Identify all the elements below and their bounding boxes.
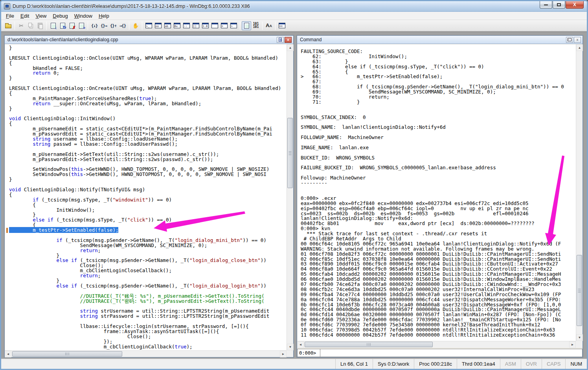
command-output-line: IMAGE_NAME: lanlan.exe (301, 145, 576, 150)
memory-window-icon[interactable]: :: (182, 21, 191, 30)
command-output-line (301, 191, 576, 196)
source-code-area[interactable]: }LRESULT ClientLoginDialog::OnClose(UINT… (5, 44, 287, 350)
command-window-titlebar[interactable]: Command x (297, 36, 582, 44)
command-output-line: Followup: MachineOwner (301, 176, 576, 181)
windbg-window: Dump D:\work\tools\lanlan-client\bin\Rel… (0, 0, 588, 370)
source-line: LRESULT ClientLoginDialog::OnCreate(UINT… (9, 86, 287, 91)
scroll-up-icon[interactable]: ▲ (287, 44, 294, 51)
caption-buttons: X (539, 1, 584, 9)
source-file-path: d:\work\tools\lanlan-client\lanlan\clien… (7, 37, 276, 42)
menu-item-view[interactable]: View (32, 12, 50, 20)
windbg-app-icon (4, 3, 10, 9)
step-into-icon[interactable]: {↓} (90, 21, 99, 30)
toolbar-separator (88, 22, 88, 30)
command-browser-window-icon[interactable]: > (229, 21, 238, 30)
break-icon[interactable]: ✋ (131, 21, 140, 30)
source-window-titlebar[interactable]: d:\work\tools\lanlan-client\lanlan\clien… (5, 36, 293, 44)
command-hscroll-thumb[interactable] (305, 342, 433, 347)
menu-item-file[interactable]: File (3, 12, 17, 20)
registers-window-icon[interactable]: 0x (172, 21, 182, 30)
source-line: string strPassword = util::String::LPTST… (9, 314, 287, 319)
font-icon[interactable]: AA (264, 21, 274, 30)
command-output-area[interactable]: FAULTING_SOURCE_CODE: 62: InitWindow(); … (298, 44, 576, 341)
source-line: return 0; (9, 71, 287, 76)
watch-window-icon[interactable]: oo (153, 21, 163, 30)
source-line: } (9, 177, 287, 182)
command-output-line: SYMBOL_NAME: lanlan!ClientLoginDialog::N… (301, 125, 576, 130)
run-to-cursor-icon[interactable]: →{} (118, 21, 127, 30)
number-formats-icon[interactable]: 101101 (251, 21, 261, 30)
source-line: else if (_tcsicmp(msg.pSender->GetName()… (9, 284, 287, 289)
source-line: else if (_tcsicmp(msg.sType, _T("click")… (9, 218, 287, 223)
toolbar-separator (275, 22, 276, 30)
command-output-line: BUCKET_ID: WRONG_SYMBOLS (301, 156, 576, 161)
status-pane-thrd: Thrd 000:1ea4 (457, 359, 500, 369)
go-icon[interactable]: ↓ (48, 21, 58, 30)
call-stack-window-icon[interactable]: [] (191, 21, 200, 30)
source-line: m_cbClientLoginCallback(true); (9, 344, 287, 350)
source-dock-icon[interactable] (277, 37, 284, 43)
processes-threads-window-icon[interactable]: ≡ (219, 21, 229, 30)
source-line: void ClientLoginDialog::InitWindow() (9, 116, 287, 121)
minimize-button[interactable] (540, 1, 552, 9)
command-dock-icon[interactable] (566, 37, 573, 43)
toolbar: ✂↓↻✗»{↓}{}→{}↑→{}✋>_ooab0x::[]1.0≡>10110… (1, 20, 587, 31)
command-output-line: 00402fbc 8b01 mov eax,dword ptr [ecx] ds… (301, 221, 576, 226)
scroll-left-icon[interactable]: ◄ (5, 351, 11, 357)
scroll-up-icon[interactable]: ▲ (576, 44, 583, 51)
disassembly-window-icon[interactable]: 1.0 (200, 21, 210, 30)
source-horizontal-scrollbar[interactable]: ◄ ► (5, 350, 287, 357)
scroll-right-icon[interactable]: ► (280, 351, 287, 357)
source-line: return __super::OnCreate(uMsg, wParam, l… (9, 101, 287, 106)
source-line: string passwd = llbase::Config::loadUser… (9, 142, 287, 147)
command-output-line: > 66: m_testPtr->SetEnabled(false); (301, 74, 576, 79)
source-line: //DUITRACE(_T("密码: %s"), m_pPasswordEdit… (9, 299, 287, 304)
command-horizontal-scrollbar[interactable]: ◄ ► (297, 341, 576, 348)
scroll-left-icon[interactable]: ◄ (297, 341, 304, 348)
command-vertical-scrollbar[interactable]: ▲ ▼ (576, 44, 582, 341)
scroll-right-icon[interactable]: ► (569, 341, 576, 348)
command-output-line (301, 105, 576, 110)
step-over-icon[interactable]: {}→ (99, 21, 108, 30)
open-source-file-icon[interactable] (4, 21, 13, 30)
restart-icon[interactable]: ↻ (58, 21, 67, 30)
source-line: LRESULT ClientLoginDialog::OnClose(UINT … (9, 56, 287, 61)
command-prompt: 0:000> (297, 349, 320, 357)
source-close-icon[interactable]: x (285, 37, 292, 43)
detach-icon[interactable]: » (77, 21, 86, 30)
command-output-line: 11 006cfdc4 00000000 0042b57f 7efde000 0… (301, 333, 576, 338)
menu-bar: FileEditViewDebugWindowHelp (1, 12, 587, 20)
source-mode-icon[interactable] (242, 21, 251, 30)
locals-window-icon[interactable]: ab (163, 21, 172, 30)
options-icon[interactable]: ≡≡ (277, 21, 287, 30)
maximize-button[interactable] (553, 1, 565, 9)
command-close-icon[interactable]: x (574, 37, 581, 43)
paste-icon[interactable] (35, 21, 45, 30)
menu-item-edit[interactable]: Edit (17, 12, 32, 20)
command-window-icon[interactable]: >_ (144, 21, 153, 30)
source-vertical-scrollbar[interactable]: ▲ ▼ (287, 44, 293, 350)
command-input[interactable] (320, 349, 582, 357)
copy-icon[interactable] (26, 21, 35, 30)
command-output-line: SYMBOL_STACK_INDEX: 0 (301, 115, 576, 120)
source-vscroll-thumb[interactable] (287, 118, 293, 188)
scroll-down-icon[interactable]: ▼ (287, 344, 294, 350)
command-output-line (301, 186, 576, 191)
window-title: Dump D:\work\tools\lanlan-client\bin\Rel… (13, 4, 250, 9)
scroll-down-icon[interactable]: ▼ (576, 334, 583, 341)
scratch-pad-window-icon[interactable] (210, 21, 219, 30)
source-line: } (9, 76, 287, 81)
command-window-title: Command (300, 37, 565, 42)
status-bar: Ln 66, Col 1Sys 0:D:\workProc 000:218cTh… (1, 359, 587, 369)
source-hscroll-thumb[interactable] (12, 351, 122, 357)
command-vscroll-thumb[interactable] (577, 255, 582, 326)
menu-item-debug[interactable]: Debug (50, 12, 71, 20)
menu-item-help[interactable]: Help (96, 12, 112, 20)
source-line: InitWindow(); (9, 208, 287, 213)
cut-icon[interactable]: ✂ (17, 21, 26, 30)
close-button[interactable]: X (566, 1, 584, 9)
stop-debugging-icon[interactable]: ✗ (67, 21, 77, 30)
command-output-line: 71: } (301, 100, 576, 105)
menu-item-window[interactable]: Window (71, 12, 96, 20)
step-out-icon[interactable]: {}↑ (108, 21, 118, 30)
